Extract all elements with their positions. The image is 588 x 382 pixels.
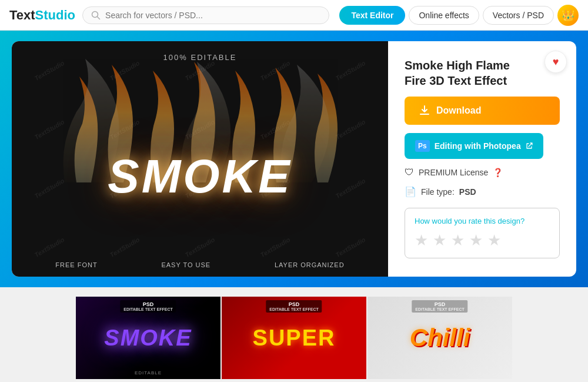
hero-image-area: 100% EDITABLE TextStudioTextStudioTextSt… [12,41,388,277]
psd-badge-2: PSD EDITABLE TEXT EFFECT [266,300,322,313]
search-bar[interactable] [82,6,329,24]
footer-label-2: EASY TO USE [161,261,211,268]
text-editor-button[interactable]: Text Editor [339,6,405,25]
file-type-row: 📄 File type: PSD [405,186,560,197]
thumb-text-1: SMOKE [104,325,192,351]
search-icon [91,11,101,20]
vectors-psd-button[interactable]: Vectors / PSD [483,6,554,25]
file-type-value: PSD [459,187,476,197]
thumbnail-item-2[interactable]: SUPER PSD EDITABLE TEXT EFFECT [222,297,366,379]
logo[interactable]: TextStudio [9,8,75,23]
download-icon [419,105,430,117]
logo-studio: Studio [35,8,75,23]
shield-icon: 🛡 [405,167,414,178]
rating-box: How would you rate this design? ★ ★ ★ ★ … [405,208,560,258]
star-4[interactable]: ★ [469,231,483,250]
thumb-text-2: SUPER [253,325,336,351]
effect-title: Smoke High Flame Fire 3D Text Effect [405,58,560,88]
psd-badge-3: PSD EDITABLE TEXT EFFECT [412,300,467,313]
smoke-text: SMOKE [108,150,292,204]
svg-line-1 [98,16,100,19]
footer-label-3: LAYER ORGANIZED [275,261,345,268]
star-5[interactable]: ★ [487,231,501,250]
rating-label: How would you rate this design? [415,217,550,225]
thumbnail-item-1[interactable]: SMOKE PSD EDITABLE TEXT EFFECT EDITABLE [76,297,220,379]
header: TextStudio Text Editor Online effects Ve… [0,0,588,31]
avatar[interactable]: 👑 [557,5,579,26]
editable-label-1: EDITABLE [135,370,162,376]
star-2[interactable]: ★ [433,231,446,250]
help-icon[interactable]: ❓ [493,168,503,177]
thumbnails-row: SMOKE PSD EDITABLE TEXT EFFECT EDITABLE … [0,287,588,379]
thumbnail-item-3[interactable]: Chilli PSD EDITABLE TEXT EFFECT [368,297,512,379]
premium-license-row: 🛡 PREMIUM License ❓ [405,167,560,178]
hero-info: ♥ Smoke High Flame Fire 3D Text Effect D… [388,41,576,277]
logo-text: Text [9,8,35,23]
psd-badge-1: PSD EDITABLE TEXT EFFECT [120,300,176,313]
footer-label-1: FREE FONT [55,261,97,268]
search-input[interactable] [105,11,320,20]
hero-footer: FREE FONT EASY TO USE LAYER ORGANIZED [12,253,388,277]
hero-card: 100% EDITABLE TextStudioTextStudioTextSt… [12,41,576,277]
ps-badge: Ps [415,140,430,152]
file-icon: 📄 [405,186,416,197]
thumb-text-3: Chilli [410,324,470,352]
heart-button[interactable]: ♥ [544,51,567,73]
online-effects-button[interactable]: Online effects [409,6,479,25]
hero-section: 100% EDITABLE TextStudioTextStudioTextSt… [0,31,588,287]
header-nav: Text Editor Online effects Vectors / PSD… [339,5,579,26]
star-1[interactable]: ★ [415,231,428,250]
download-button[interactable]: Download [405,97,560,125]
external-link-icon [526,142,533,150]
photopea-button[interactable]: Ps Editing with Photopea [405,133,543,159]
star-rating[interactable]: ★ ★ ★ ★ ★ [415,231,550,250]
star-3[interactable]: ★ [451,231,465,250]
